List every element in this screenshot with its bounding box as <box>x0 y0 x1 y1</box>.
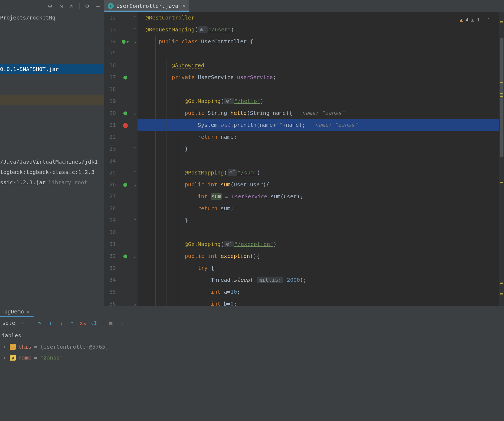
project-tree-item[interactable] <box>0 43 104 54</box>
next-problem-icon[interactable]: ˅ <box>487 14 490 26</box>
code-line[interactable]: int a=10; <box>138 286 499 298</box>
collapse-all-icon[interactable]: ⇱ <box>68 3 75 9</box>
project-tree-item[interactable] <box>0 146 104 157</box>
code-line[interactable]: } <box>138 214 499 226</box>
code-line[interactable]: return name; <box>138 131 499 143</box>
step-out-icon[interactable]: ↑ <box>68 319 76 326</box>
chevron-right-icon[interactable]: › <box>2 354 7 361</box>
project-tree-item[interactable] <box>0 23 104 33</box>
code-line[interactable]: @RestController <box>138 12 499 24</box>
locate-icon[interactable]: ◎ <box>47 3 53 9</box>
code-editor[interactable]: 1213141516171819202122232425262728293031… <box>104 12 504 306</box>
editor-stripe[interactable] <box>499 12 504 306</box>
code-line[interactable]: public int sum(User user){ <box>138 179 499 190</box>
project-tree-item[interactable] <box>0 115 104 126</box>
chevron-right-icon[interactable]: › <box>2 344 7 350</box>
project-tree-item[interactable] <box>0 105 104 115</box>
code-line[interactable]: private UserService userService; <box>138 71 499 83</box>
close-icon[interactable]: ✕ <box>183 3 186 9</box>
code-line[interactable]: System.out.println(name+""+name); name: … <box>138 119 499 131</box>
code-line[interactable] <box>138 155 499 167</box>
token: ; <box>234 300 237 306</box>
stripe-mark[interactable] <box>500 82 503 83</box>
code-line[interactable]: @GetMapping(⊕˅"/exception") <box>138 238 499 250</box>
code-line[interactable]: @GetMapping(⊕˅"/hello") <box>138 95 499 107</box>
spring-gutter-icon[interactable]: ⬤ <box>122 110 128 116</box>
project-tree-item[interactable]: 0.0.1-SNAPSHOT.jar <box>0 64 104 74</box>
code-line[interactable]: Thread.sleep( millis: 2000); <box>138 274 499 286</box>
code-line[interactable]: try { <box>138 262 499 274</box>
code-line[interactable]: @Autowired <box>138 59 499 71</box>
project-sidebar[interactable]: ◎ ⇲ ⇱ ⚙ — Projects/rocketMq0.0.1-SNAPSHO… <box>0 0 104 306</box>
fold-toggle-icon[interactable]: ⌄ <box>132 38 138 44</box>
close-icon[interactable]: ✕ <box>27 309 29 314</box>
thread-dump-icon[interactable]: ≡ <box>19 319 26 326</box>
code-line[interactable]: @RequestMapping(⊕˅"/user") <box>138 24 499 35</box>
code-line[interactable]: int b=0; <box>138 298 499 306</box>
spring-run-gutter-icon[interactable]: ⬤▶ <box>122 38 128 44</box>
stripe-mark[interactable] <box>500 96 503 97</box>
fold-toggle-icon[interactable]: ⌃ <box>132 26 138 32</box>
fold-toggle-icon[interactable]: ⌃ <box>132 14 138 20</box>
project-tree-item[interactable]: /Java/JavaVirtualMachines/jdk1 <box>0 157 104 167</box>
fold-toggle-icon[interactable]: ⌄ <box>132 110 138 116</box>
variable-row[interactable]: ›pname = "zanss" <box>2 352 502 363</box>
evaluate-icon[interactable]: ▦ <box>107 319 114 326</box>
fold-toggle-icon[interactable]: ⌃ <box>132 217 138 223</box>
code-line[interactable]: public String hello(String name){ name: … <box>138 107 499 119</box>
icon-gutter[interactable]: ⬤▶⬤⬤⬤⬤⬤ <box>119 12 132 306</box>
fold-toggle-icon[interactable]: ⌄ <box>132 253 138 259</box>
project-tree-item[interactable]: ssic-1.2.3.jarlibrary root <box>0 177 104 187</box>
debug-session-tab[interactable]: ugDemo ✕ <box>0 306 34 317</box>
code-line[interactable] <box>138 47 499 59</box>
spring-gutter-icon[interactable]: ⬤ <box>122 74 128 80</box>
variable-row[interactable]: ›≡this = {UserController@5765} <box>2 341 502 352</box>
project-tree-item[interactable] <box>0 126 104 136</box>
inspection-summary[interactable]: ▲ 4 ▲ 1 ˄ ˅ <box>460 14 490 26</box>
prev-problem-icon[interactable]: ˄ <box>482 14 485 26</box>
drop-frame-icon[interactable]: x↘ <box>79 319 86 326</box>
fold-toggle-icon[interactable]: ⌃ <box>132 169 138 175</box>
scroll-thumb[interactable] <box>500 38 503 157</box>
project-tree-item[interactable] <box>0 85 104 95</box>
code-line[interactable] <box>138 226 499 238</box>
code-line[interactable]: int sum = userService.sum(user); <box>138 190 499 202</box>
step-over-icon[interactable]: ↷ <box>36 319 43 326</box>
project-tree-item[interactable] <box>0 74 104 85</box>
fold-gutter[interactable]: ⌃⌃⌄⌄⌃⌃⌄⌃⌄⌄ <box>132 12 138 306</box>
code-line[interactable]: public int exception(){ <box>138 250 499 262</box>
stripe-mark[interactable] <box>500 93 503 94</box>
spring-gutter-icon[interactable]: ⬤ <box>122 182 128 187</box>
force-step-into-icon[interactable]: ↓ <box>58 319 65 326</box>
stripe-mark[interactable] <box>500 21 503 22</box>
stripe-mark[interactable] <box>500 293 503 294</box>
run-to-cursor-icon[interactable]: ↘I <box>90 319 97 326</box>
stripe-mark[interactable] <box>500 182 503 183</box>
fold-toggle-icon[interactable]: ⌄ <box>132 181 138 187</box>
console-tab[interactable]: sole <box>2 320 15 326</box>
code-line[interactable]: @PostMapping(⊕˅"/sum") <box>138 167 499 179</box>
code-line[interactable] <box>138 83 499 95</box>
project-tree-item[interactable]: logback:logback-classic:1.2.3 <box>0 167 104 177</box>
project-tree-item[interactable] <box>0 136 104 146</box>
step-into-icon[interactable]: ↓ <box>47 319 54 326</box>
project-tree-item[interactable] <box>0 95 104 105</box>
code-line[interactable]: return sum; <box>138 202 499 214</box>
project-tree-item[interactable] <box>0 33 104 43</box>
variables-view[interactable]: iables ›≡this = {UserController@5765}›pn… <box>0 329 504 421</box>
project-tree-item[interactable]: Projects/rocketMq <box>0 12 104 23</box>
code-line[interactable]: public class UserController { <box>138 35 499 47</box>
expand-all-icon[interactable]: ⇲ <box>58 3 64 9</box>
gear-icon[interactable]: ⚙ <box>84 3 90 9</box>
code-line[interactable]: } <box>138 143 499 155</box>
code-area[interactable]: ▲ 4 ▲ 1 ˄ ˅ @RestController @RequestMapp… <box>138 12 499 306</box>
spring-gutter-icon[interactable]: ⬤ <box>122 253 128 259</box>
project-tree-item[interactable] <box>0 54 104 64</box>
fold-toggle-icon[interactable]: ⌄ <box>132 300 138 306</box>
breakpoint-gutter-icon[interactable]: ⬤ <box>122 122 128 128</box>
fold-toggle-icon[interactable]: ⌃ <box>132 145 138 151</box>
stripe-mark[interactable] <box>500 283 503 284</box>
editor-tab[interactable]: C UserController.java ✕ <box>104 0 190 12</box>
minimize-icon[interactable]: — <box>95 3 101 9</box>
trace-icon[interactable]: ≋ <box>118 319 125 326</box>
